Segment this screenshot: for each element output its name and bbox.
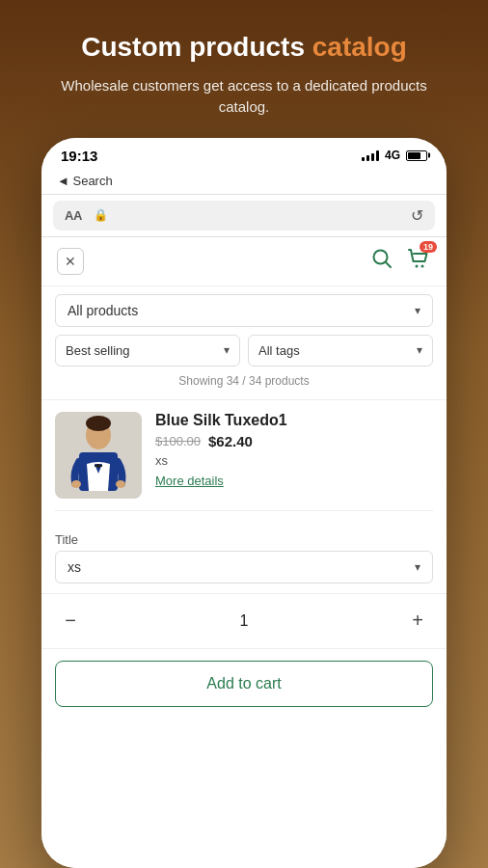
cart-badge: 19 — [420, 241, 437, 253]
page-header: Custom products catalog Wholesale custom… — [0, 0, 488, 138]
network-label: 4G — [385, 149, 400, 162]
signal-bars — [362, 149, 379, 161]
url-bar: AA 🔒 ↺ — [41, 195, 447, 237]
back-label: ◄ Search — [57, 174, 113, 188]
svg-point-6 — [96, 464, 100, 468]
product-prices: $100.00 $62.40 — [155, 433, 433, 449]
header-title-orange: catalog — [312, 32, 407, 62]
cart-button[interactable]: 19 — [406, 247, 431, 276]
variant-label: Title — [55, 532, 433, 547]
variant-section: Title xs ▾ — [41, 523, 447, 594]
top-action-bar: ✕ 19 — [41, 237, 447, 286]
add-to-cart-section: Add to cart — [41, 649, 447, 719]
minus-icon: − — [65, 610, 76, 632]
product-info: Blue Silk Tuxedo1 $100.00 $62.40 xs More… — [155, 412, 433, 499]
page-content: ✕ 19 — [41, 237, 447, 868]
refresh-icon[interactable]: ↺ — [411, 206, 423, 225]
svg-point-9 — [86, 416, 111, 431]
back-button[interactable]: ◄ Search — [57, 174, 113, 188]
svg-point-7 — [71, 480, 81, 488]
url-inner: AA 🔒 ↺ — [53, 201, 435, 231]
phone-mockup: 19:13 4G ◄ Search AA 🔒 ↺ — [41, 138, 447, 868]
chevron-down-icon: ▾ — [415, 560, 420, 574]
product-section: Blue Silk Tuxedo1 $100.00 $62.40 xs More… — [41, 400, 447, 511]
text-size-icon: AA — [65, 208, 82, 223]
svg-line-1 — [386, 262, 391, 267]
best-selling-label: Best selling — [66, 343, 129, 358]
nav-bar[interactable]: ◄ Search — [41, 168, 447, 195]
action-icons: 19 — [371, 247, 431, 276]
close-button[interactable]: ✕ — [57, 248, 84, 275]
add-to-cart-button[interactable]: Add to cart — [55, 661, 433, 707]
variant-value: xs — [68, 559, 81, 575]
more-details-link[interactable]: More details — [155, 474, 224, 488]
product-image — [55, 412, 142, 499]
add-to-cart-label: Add to cart — [206, 675, 281, 692]
all-products-label: All products — [68, 303, 138, 318]
chevron-down-icon: ▾ — [417, 343, 422, 357]
all-tags-label: All tags — [258, 343, 300, 358]
search-button[interactable] — [371, 248, 393, 274]
plus-icon: + — [412, 610, 423, 632]
quantity-increase-button[interactable]: + — [402, 606, 433, 637]
svg-point-2 — [416, 264, 419, 267]
lock-icon: 🔒 — [94, 208, 108, 222]
header-subtitle: Wholesale customers get access to a dedi… — [39, 75, 449, 119]
price-sale: $62.40 — [208, 433, 253, 449]
price-original: $100.00 — [155, 434, 201, 448]
quantity-decrease-button[interactable]: − — [55, 606, 86, 637]
chevron-down-icon: ▾ — [415, 304, 420, 317]
product-card: Blue Silk Tuxedo1 $100.00 $62.40 xs More… — [55, 412, 433, 511]
header-title-normal: Custom products — [81, 32, 312, 62]
variant-dropdown[interactable]: xs ▾ — [55, 551, 433, 583]
filter-section: All products ▾ Best selling ▾ All tags ▾… — [41, 286, 447, 400]
quantity-section: − 1 + — [41, 594, 447, 649]
showing-text: Showing 34 / 34 products — [55, 366, 433, 392]
status-time: 19:13 — [61, 148, 97, 164]
header-title: Custom products catalog — [39, 31, 449, 64]
svg-point-3 — [421, 264, 424, 267]
status-icons: 4G — [362, 149, 427, 162]
battery-icon — [406, 150, 427, 161]
best-selling-dropdown[interactable]: Best selling ▾ — [55, 335, 240, 366]
product-name: Blue Silk Tuxedo1 — [155, 412, 433, 429]
svg-point-8 — [116, 480, 125, 488]
all-tags-dropdown[interactable]: All tags ▾ — [248, 335, 433, 366]
close-icon: ✕ — [65, 254, 76, 269]
filter-row: Best selling ▾ All tags ▾ — [55, 335, 433, 366]
chevron-down-icon: ▾ — [224, 343, 230, 357]
quantity-value: 1 — [240, 612, 249, 630]
status-bar: 19:13 4G — [41, 138, 447, 168]
product-variant: xs — [155, 453, 433, 468]
all-products-dropdown[interactable]: All products ▾ — [55, 294, 433, 327]
